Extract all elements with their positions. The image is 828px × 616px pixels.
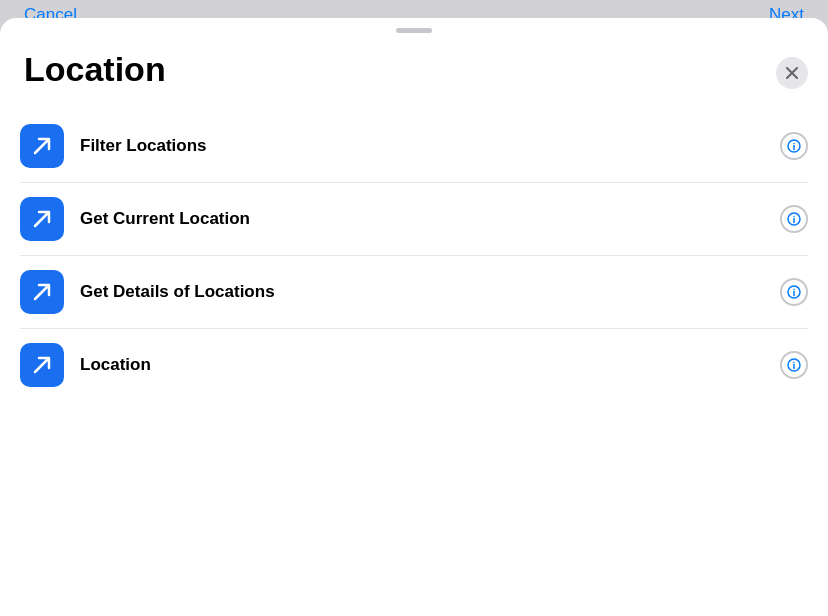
close-button[interactable] xyxy=(776,57,808,89)
svg-point-1 xyxy=(793,143,795,145)
location-sheet: Location Filter Locations xyxy=(0,18,828,616)
list-item-location[interactable]: Location xyxy=(20,329,808,401)
list-item-filter-locations[interactable]: Filter Locations xyxy=(20,110,808,183)
sheet-header: Location xyxy=(0,33,828,110)
location-icon-filter-locations xyxy=(20,124,64,168)
info-icon xyxy=(787,139,801,153)
arrow-icon xyxy=(30,207,54,231)
location-icon-get-current-location xyxy=(20,197,64,241)
location-icon-location xyxy=(20,343,64,387)
list-item-get-current-location[interactable]: Get Current Location xyxy=(20,183,808,256)
location-actions-list: Filter Locations Get Current Location xyxy=(0,110,828,401)
info-icon xyxy=(787,358,801,372)
svg-point-5 xyxy=(793,289,795,291)
item-label-filter-locations: Filter Locations xyxy=(80,136,780,156)
item-label-get-current-location: Get Current Location xyxy=(80,209,780,229)
svg-point-7 xyxy=(793,362,795,364)
arrow-icon xyxy=(30,134,54,158)
list-item-get-details-of-locations[interactable]: Get Details of Locations xyxy=(20,256,808,329)
info-button-filter-locations[interactable] xyxy=(780,132,808,160)
info-button-get-current-location[interactable] xyxy=(780,205,808,233)
close-icon xyxy=(786,67,798,79)
location-icon-get-details-of-locations xyxy=(20,270,64,314)
info-icon xyxy=(787,285,801,299)
svg-point-3 xyxy=(793,216,795,218)
item-label-location: Location xyxy=(80,355,780,375)
arrow-icon xyxy=(30,353,54,377)
info-button-location[interactable] xyxy=(780,351,808,379)
arrow-icon xyxy=(30,280,54,304)
info-button-get-details-of-locations[interactable] xyxy=(780,278,808,306)
sheet-title: Location xyxy=(24,49,166,90)
item-label-get-details-of-locations: Get Details of Locations xyxy=(80,282,780,302)
info-icon xyxy=(787,212,801,226)
